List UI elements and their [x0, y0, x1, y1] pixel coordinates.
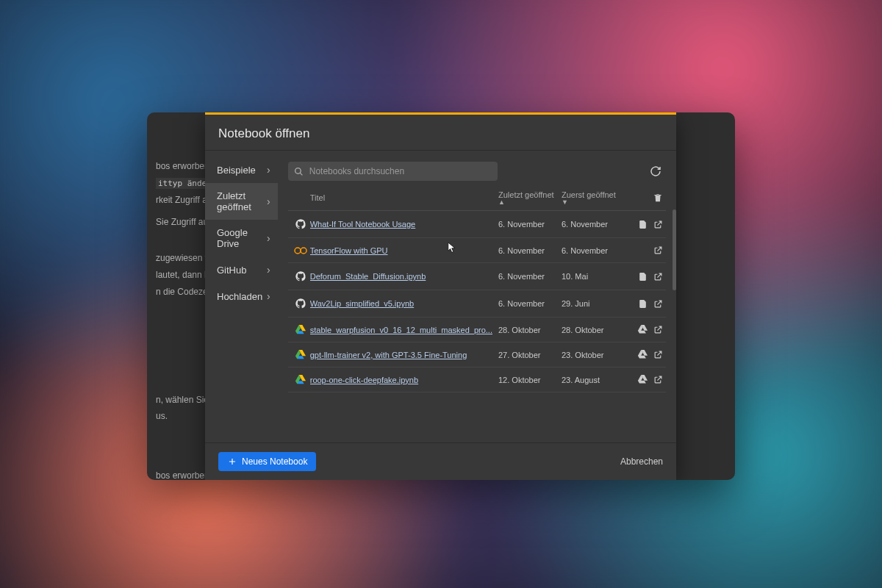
column-first-opened[interactable]: Zuerst geöffnet ▼: [562, 190, 620, 204]
first-opened: 29. Juni: [562, 299, 620, 308]
notebook-name[interactable]: gpt-llm-trainer v2, with GPT-3.5 Fine-Tu…: [310, 351, 498, 359]
sort-desc-icon: ▼: [562, 200, 568, 204]
search-box[interactable]: [288, 162, 498, 181]
svg-line-1: [300, 173, 302, 175]
notebook-list: What-If Tool Notebook Usage6. November6.…: [288, 211, 666, 442]
first-opened: 6. November: [562, 220, 620, 229]
chevron-right-icon: ›: [267, 164, 270, 176]
notebook-name[interactable]: Deforum_Stable_Diffusion.ipynb: [310, 272, 498, 281]
sidebar-item-label: Hochladen: [217, 291, 262, 302]
open-in-new-icon[interactable]: [653, 375, 663, 384]
first-opened: 6. November: [562, 246, 620, 255]
sidebar-item-examples[interactable]: Beispiele ›: [205, 157, 278, 183]
plus-icon: [227, 456, 237, 467]
open-in-new-icon[interactable]: [653, 325, 663, 334]
new-notebook-button[interactable]: Neues Notebook: [218, 452, 316, 471]
column-title[interactable]: Titel: [310, 193, 498, 202]
table-row[interactable]: roop-one-click-deepfake.ipynb12. Oktober…: [288, 368, 666, 392]
sidebar-item-upload[interactable]: Hochladen ›: [205, 283, 278, 309]
open-in-new-icon[interactable]: [653, 220, 663, 229]
sidebar-item-label: Beispiele: [217, 165, 256, 176]
source-icon: [291, 270, 310, 282]
sort-asc-icon: ▲: [498, 200, 505, 204]
drive-action-icon[interactable]: [638, 350, 648, 359]
dialog-sidebar: Beispiele › Zuletzt geöffnet › Google Dr…: [205, 151, 278, 442]
open-in-new-icon[interactable]: [653, 272, 663, 282]
column-last-opened[interactable]: Zuletzt geöffnet ▲: [498, 190, 562, 204]
notebook-name[interactable]: stable_warpfusion_v0_16_12_multi_masked_…: [310, 326, 498, 334]
sidebar-item-label: Zuletzt geöffnet: [217, 190, 267, 212]
last-opened: 6. November: [498, 220, 562, 229]
notebook-name[interactable]: TensorFlow with GPU: [310, 246, 498, 255]
chevron-right-icon: ›: [267, 196, 270, 207]
cancel-button[interactable]: Abbrechen: [620, 456, 663, 467]
table-row[interactable]: TensorFlow with GPU6. November6. Novembe…: [288, 238, 666, 263]
first-opened: 23. Oktober: [562, 351, 620, 359]
table-header: Titel Zuletzt geöffnet ▲ Zuerst geöffnet…: [288, 182, 666, 211]
table-row[interactable]: Wav2Lip_simplified_v5.ipynb6. November29…: [288, 290, 666, 318]
sidebar-item-googledrive[interactable]: Google Drive ›: [205, 220, 278, 257]
open-notebook-dialog: Notebook öffnen Beispiele › Zuletzt geöf…: [205, 112, 676, 480]
sidebar-item-label: GitHub: [217, 265, 246, 276]
drive-action-icon[interactable]: [638, 375, 648, 384]
open-in-new-icon[interactable]: [653, 350, 663, 359]
drive-action-icon[interactable]: [638, 220, 648, 229]
first-opened: 23. August: [562, 376, 620, 384]
table-row[interactable]: Deforum_Stable_Diffusion.ipynb6. Novembe…: [288, 263, 666, 290]
last-opened: 6. November: [498, 272, 562, 281]
dialog-title: Notebook öffnen: [205, 115, 676, 150]
first-opened: 28. Oktober: [562, 326, 620, 334]
drive-action-icon[interactable]: [638, 325, 648, 334]
svg-point-3: [301, 248, 306, 254]
delete-column-icon[interactable]: [620, 193, 663, 203]
notebook-name[interactable]: roop-one-click-deepfake.ipynb: [310, 376, 498, 384]
last-opened: 27. Oktober: [498, 351, 562, 359]
search-input[interactable]: [309, 166, 492, 176]
notebook-name[interactable]: What-If Tool Notebook Usage: [310, 220, 498, 229]
open-in-new-icon[interactable]: [653, 245, 663, 255]
first-opened: 10. Mai: [562, 272, 620, 281]
drive-action-icon[interactable]: [638, 299, 648, 309]
colab-window: bos erworben ha ittyp ändern än rkeit Zu…: [147, 112, 735, 480]
drive-action-icon[interactable]: [638, 272, 648, 282]
search-icon: [294, 167, 304, 176]
dialog-main: Titel Zuletzt geöffnet ▲ Zuerst geöffnet…: [278, 151, 676, 442]
source-icon: [291, 325, 310, 334]
table-row[interactable]: stable_warpfusion_v0_16_12_multi_masked_…: [288, 318, 666, 343]
source-icon: [291, 298, 310, 309]
last-opened: 12. Oktober: [498, 376, 562, 384]
svg-point-2: [295, 248, 301, 254]
sidebar-item-github[interactable]: GitHub ›: [205, 257, 278, 283]
svg-point-0: [295, 168, 301, 173]
source-icon: [291, 375, 310, 384]
dialog-footer: Neues Notebook Abbrechen: [205, 442, 676, 480]
last-opened: 6. November: [498, 299, 562, 308]
new-notebook-label: Neues Notebook: [242, 456, 307, 467]
scrollbar[interactable]: [673, 209, 676, 290]
chevron-right-icon: ›: [267, 290, 270, 302]
source-icon: [291, 350, 310, 359]
chevron-right-icon: ›: [267, 232, 270, 244]
last-opened: 28. Oktober: [498, 326, 562, 334]
last-opened: 6. November: [498, 246, 562, 255]
notebook-name[interactable]: Wav2Lip_simplified_v5.ipynb: [310, 299, 498, 308]
table-row[interactable]: gpt-llm-trainer v2, with GPT-3.5 Fine-Tu…: [288, 343, 666, 368]
sidebar-item-label: Google Drive: [217, 227, 267, 249]
source-icon: [291, 218, 310, 230]
chevron-right-icon: ›: [267, 264, 270, 276]
table-row[interactable]: What-If Tool Notebook Usage6. November6.…: [288, 211, 666, 238]
sidebar-item-recent[interactable]: Zuletzt geöffnet ›: [205, 183, 278, 220]
source-icon: [291, 246, 310, 255]
refresh-button[interactable]: [645, 161, 666, 182]
open-in-new-icon[interactable]: [653, 299, 663, 309]
